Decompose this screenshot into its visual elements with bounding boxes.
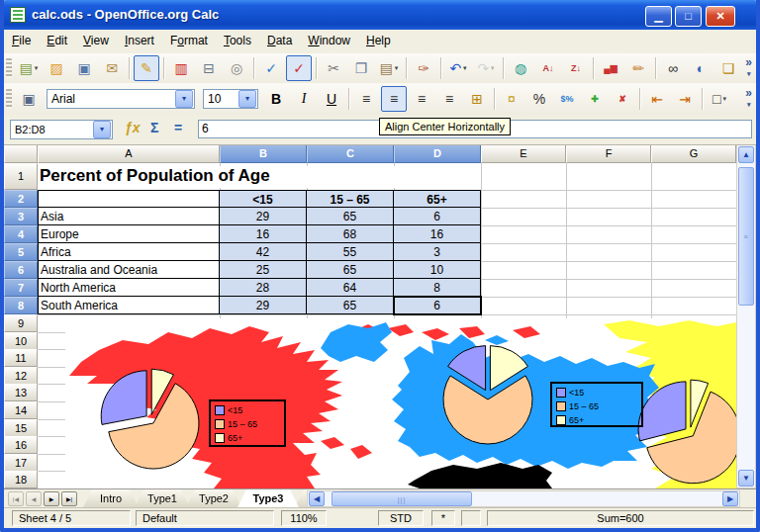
column-header-E[interactable]: E — [481, 144, 566, 163]
row-header-16[interactable]: 16 — [4, 436, 38, 454]
column-header-A[interactable]: A — [38, 144, 220, 163]
menu-format[interactable]: Format — [162, 30, 216, 53]
find-and-replace-button[interactable]: ∞ — [660, 55, 686, 81]
undo-dropdown-arrow[interactable]: ▾ — [463, 64, 467, 72]
insert-mode-field[interactable] — [461, 510, 481, 526]
borders-button[interactable]: □▾ — [707, 86, 732, 112]
row-header-7[interactable]: 7 — [4, 279, 38, 297]
table-cell-value[interactable]: 65 — [307, 208, 394, 225]
table-cell-value[interactable]: 55 — [307, 243, 394, 261]
formula-icon[interactable]: = — [174, 120, 182, 135]
sheet-tab-intro[interactable]: Intro — [83, 489, 139, 507]
table-cell-region-name[interactable]: Africa — [38, 243, 220, 261]
table-cell-value[interactable]: 28 — [220, 279, 307, 297]
font-size-dropdown-icon[interactable]: ▾ — [238, 90, 256, 108]
table-cell-value[interactable]: 65 — [307, 261, 394, 279]
row-header-3[interactable]: 3 — [4, 208, 38, 225]
sheet-position-field[interactable]: Sheet 4 / 5 — [12, 510, 131, 526]
toolbar-drag-handle[interactable] — [6, 58, 12, 78]
column-header-F[interactable]: F — [566, 144, 651, 163]
print-button[interactable]: ⊟ — [196, 55, 222, 81]
sort-ascending-button[interactable]: A↓ — [535, 55, 561, 81]
vertical-scrollbar-thumb[interactable]: ≡ — [738, 167, 754, 306]
row-header-14[interactable]: 14 — [4, 401, 38, 419]
align-left-button[interactable]: ≡ — [353, 86, 379, 112]
row-header-5[interactable]: 5 — [4, 243, 38, 261]
table-cell-value[interactable]: 8 — [394, 279, 481, 297]
table-cell-value[interactable]: 10 — [394, 261, 481, 279]
vertical-scrollbar[interactable]: ▲ ≡ ▼ — [736, 144, 756, 488]
open-button[interactable]: ▨ — [44, 55, 69, 81]
insert-chart-button[interactable]: ▄▆ — [598, 55, 623, 81]
menu-help[interactable]: Help — [358, 30, 399, 53]
column-header-G[interactable]: G — [651, 144, 736, 163]
table-cell-region-name[interactable]: North America — [38, 279, 220, 297]
active-cell-d8[interactable] — [393, 296, 482, 315]
font-name-combobox[interactable]: Arial ▾ — [47, 89, 195, 109]
gallery-button[interactable]: ❏ — [715, 55, 741, 81]
font-size-combobox[interactable]: 10 ▾ — [203, 89, 258, 109]
table-cell-region-name[interactable]: South America — [38, 297, 220, 314]
toolbar-overflow-button[interactable]: »▾ — [745, 57, 752, 79]
undo-button[interactable]: ↶▾ — [445, 55, 471, 81]
italic-button[interactable]: I — [291, 86, 317, 112]
add-decimal-place-button[interactable]: ✚ — [582, 86, 608, 112]
bold-button[interactable]: B — [263, 86, 289, 112]
row-header-17[interactable]: 17 — [4, 454, 38, 472]
sort-descending-button[interactable]: Z↓ — [563, 55, 589, 81]
scroll-up-icon[interactable]: ▲ — [738, 146, 754, 163]
sum-icon[interactable]: Σ — [150, 120, 158, 135]
justified-button[interactable]: ≡ — [436, 86, 462, 112]
menu-edit[interactable]: Edit — [39, 30, 75, 53]
column-header-D[interactable]: D — [394, 144, 481, 163]
table-cell-value[interactable]: 16 — [220, 225, 307, 243]
row-header-1[interactable]: 1 — [4, 163, 38, 190]
chart-legend[interactable]: <1515 – 6565+ — [209, 399, 286, 447]
row-header-12[interactable]: 12 — [4, 367, 38, 385]
align-right-button[interactable]: ≡ — [409, 86, 434, 112]
column-header-B[interactable]: B — [220, 144, 307, 163]
copy-button[interactable]: ❐ — [348, 55, 374, 81]
chart-legend[interactable]: <1515 – 6565+ — [550, 382, 643, 427]
menu-window[interactable]: Window — [300, 30, 358, 53]
menu-data[interactable]: Data — [259, 30, 300, 53]
delete-decimal-place-button[interactable]: ✘ — [610, 86, 635, 112]
menu-file[interactable]: File — [4, 30, 39, 53]
next-sheet-button[interactable]: ▶ — [44, 491, 59, 506]
auto-spellcheck-button[interactable]: ✓ — [286, 55, 312, 81]
table-cell-region-name[interactable]: Asia — [38, 208, 220, 225]
sheet-tab-type3[interactable]: Type3 — [238, 489, 299, 507]
decrease-indent-button[interactable]: ⇤ — [644, 86, 670, 112]
hyperlink-button[interactable]: ◍ — [508, 55, 533, 81]
grid-corner-box[interactable] — [4, 144, 38, 163]
table-cell-value[interactable]: 25 — [220, 261, 307, 279]
borders-dropdown-arrow[interactable]: ▾ — [722, 95, 726, 103]
table-cell-value[interactable]: 68 — [307, 225, 394, 243]
last-sheet-button[interactable]: ▶| — [61, 491, 77, 506]
table-cell-value[interactable]: 6 — [394, 208, 481, 225]
table-cell-region-name[interactable]: Europe — [38, 225, 220, 243]
table-cell-value[interactable]: <15 — [220, 190, 307, 208]
row-header-6[interactable]: 6 — [4, 261, 38, 279]
function-wizard-icon[interactable]: ƒx — [125, 120, 141, 135]
paste-dropdown-arrow[interactable]: ▾ — [395, 64, 399, 72]
selection-mode-field[interactable]: STD — [378, 510, 424, 526]
page-style-field[interactable]: Default — [136, 510, 274, 526]
save-button[interactable]: ▣ — [71, 55, 97, 81]
new-document-button[interactable]: ▤▾ — [16, 55, 42, 81]
merge-cells-button[interactable]: ⊞ — [464, 86, 490, 112]
email-document-button[interactable]: ✉ — [99, 55, 125, 81]
name-box[interactable]: B2:D8 ▾ — [10, 120, 113, 139]
modified-flag-field[interactable]: * — [431, 510, 455, 526]
table-cell-region-name[interactable] — [38, 190, 220, 208]
show-draw-functions-button[interactable]: ✏ — [625, 55, 651, 81]
table-cell-value[interactable]: 42 — [220, 243, 307, 261]
table-cell-value[interactable]: 3 — [394, 243, 481, 261]
row-header-11[interactable]: 11 — [4, 349, 38, 367]
zoom-field[interactable]: 110% — [281, 510, 327, 526]
sheet-tab-type1[interactable]: Type1 — [135, 489, 190, 507]
align-center-horizontally-button[interactable]: ≡ — [381, 86, 407, 112]
table-cell-value[interactable]: 65 — [307, 297, 394, 314]
menu-tools[interactable]: Tools — [216, 30, 259, 53]
row-header-9[interactable]: 9 — [4, 314, 38, 332]
